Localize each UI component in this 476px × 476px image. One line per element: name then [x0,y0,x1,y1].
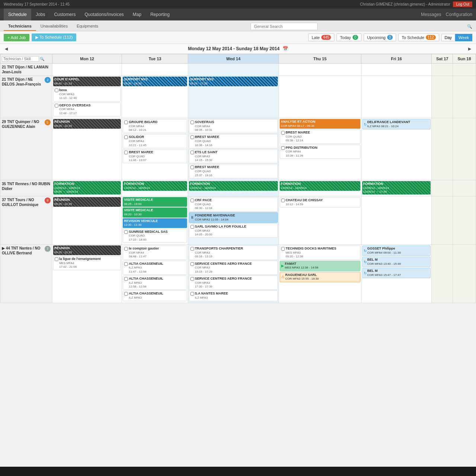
event-block[interactable]: la ligue de l'enseignementMES MFA4 17:42… [53,256,121,270]
late-button[interactable]: Late 445 [308,33,334,41]
event-block[interactable]: RÉUNION09:15 - 12:15 [53,245,121,255]
day-cell[interactable]: ↻DELIFRANCE LANDEVANTILZ MFA3 08:21 - 10… [361,118,432,180]
subtab-technicians[interactable]: Technicians [4,22,36,31]
event-block[interactable]: FORMATION12/05/14 - 18/05/14 [280,181,360,191]
day-cell[interactable]: VISITE MEDICALE08:25 - 19:00VISITE MEDIC… [122,196,188,245]
day-cell[interactable] [432,245,453,303]
day-view-button[interactable]: Day [441,34,456,41]
day-cell[interactable] [453,76,476,118]
event-block[interactable]: BREST MAREECOR QUAD 11:46 - 13:07 [123,149,187,163]
cal-next[interactable]: ► [467,46,472,52]
event-block[interactable]: SUPPORT NV209:30 - 18:30 [123,77,187,86]
day-cell[interactable]: GROUPE BIGARDCOR MFA4 08:12 - 10:21SOLID… [122,118,188,180]
day-cell[interactable]: FORMATION12/05/14 - 18/05/1412/05/14 → 1… [361,180,432,196]
event-block[interactable]: GROUPE BIGARDCOR MFA4 08:12 - 10:21 [123,119,187,133]
subtab-equipments[interactable]: Equipments [72,22,103,31]
event-block[interactable]: COUR D'APPEL08:42 - 11:13 [53,77,121,86]
event-block[interactable]: ↻GOSSET PhilippeCOR MFA4 09:00 - 11:30 [362,245,431,256]
subtab-unavailabilities[interactable]: Unavailabilities [36,22,72,31]
event-block[interactable]: ▶FAMATMES MFA3 12:36 - 14:58 [280,261,360,271]
cal-prev[interactable]: ◄ [4,46,9,52]
day-cell[interactable]: SUPPORT NV209:30 - 18:30 [122,76,188,118]
cal-icon[interactable]: 📅 [283,46,288,51]
event-block[interactable]: RÉUNION09:15 - 12:15 [53,197,121,207]
event-block[interactable]: BREST MAREECOR QUAD 15:37 - 19:16 [189,164,278,178]
nav-item-quotationsinvoices[interactable]: Quotations/Invoices [80,9,128,20]
day-cell[interactable]: ANALYSE ET ACTIONCOR MFA4 08:17 - 09:36B… [279,118,361,180]
day-cell[interactable]: FORMATION12/05/14 - 18/05/14 [122,180,188,196]
event-block[interactable]: ↻BEL MCOR MFA3 15:47 - 17:47 [362,268,431,278]
general-search[interactable] [251,23,318,30]
day-cell[interactable]: TECHNIDIS DOCKS MARITIMESMES MFA3 09:20 … [279,245,361,303]
event-block[interactable]: bexaCOR MFA3 11:13 - 12:48 [53,87,121,101]
day-cell[interactable]: RÉUNION09:15 - 12:15 [52,196,122,245]
event-block[interactable]: ↻BEL MCOR MFA3 13:40 - 15:40 [362,257,431,267]
nav-item-reporting[interactable]: Reporting [146,9,174,20]
day-cell[interactable]: ↻GOSSET PhilippeCOR MFA4 09:00 - 11:30↻B… [361,245,432,303]
nav-item-map[interactable]: Map [128,9,146,20]
to-schedule-count-button[interactable]: To Schedule 112 [398,33,439,41]
event-block[interactable]: FORMATION12/05/14 - 18/05/1408:55 → 10/0… [53,181,121,194]
tech-filter-search-icon[interactable]: 🔍 [40,57,44,61]
event-block[interactable]: ALTIA CHASSENEUILILZ MFA3 [123,290,187,301]
event-block[interactable]: ⏸FONDERIE MAYENNAISECOR MFA3 11:05 - 14:… [189,212,278,223]
day-cell[interactable] [361,76,432,118]
day-cell[interactable] [432,180,453,196]
day-cell[interactable]: FORMATION12/05/14 - 18/05/1408:55 → 10/0… [52,180,122,196]
event-block[interactable]: ALTIA CHASSENEUILILZ MFA3 11:47 - 12:58 [123,261,187,275]
event-block[interactable]: S.A NANTES MAREEILZ MFA3 [189,290,278,301]
event-block[interactable]: SERVICE CENTRES AERO FRANCECOR MFA3 17:3… [189,276,278,290]
day-cell[interactable] [453,245,476,303]
event-block[interactable]: TRANSPORTS CHARPENTIERCOR MFA3 09:16 - 1… [189,245,278,260]
tech-filter-input[interactable] [2,56,39,62]
event-block[interactable]: FORMATION12/05/14 - 18/05/14 [189,181,278,191]
day-cell[interactable] [279,76,361,118]
event-block[interactable]: VISITE MEDICALE09:20 - 10:30 [123,208,187,217]
configuration-link[interactable]: Configuration [446,12,472,17]
messages-link[interactable]: Messages [421,12,441,17]
day-cell[interactable] [122,64,188,76]
day-cell[interactable]: SUPPORT NV209:25 - 17:25 [188,76,279,118]
event-block[interactable]: SUPPORT NV209:25 - 17:25 [189,77,278,86]
event-block[interactable]: GEFCO OVERSEASCOR MFA4 12:48 - 17:17 [53,102,121,116]
day-cell[interactable] [432,76,453,118]
event-block[interactable]: BREST MAREECOR QUAD 10:36 - 14:16 [189,134,278,148]
event-block[interactable]: SERVICE CENTRES AERO FRANCECOR MFA3 13:1… [189,261,278,275]
day-cell[interactable]: SOVEFRAISCOR MFA4 08:35 - 10:31BREST MAR… [188,118,279,180]
day-cell[interactable]: COUR D'APPEL08:42 - 11:13bexaCOR MFA3 11… [52,76,122,118]
upcoming-button[interactable]: Upcoming 0 [364,33,396,41]
day-cell[interactable]: CHATEAU DE CHISSAY10:12 - 14:59 [279,196,361,245]
day-cell[interactable] [432,196,453,245]
nav-item-schedule[interactable]: Schedule [4,9,31,20]
event-block[interactable]: SUNRISE MEDICAL SASCOR QUAD 17:10 - 18:4… [123,229,187,243]
day-cell[interactable] [361,196,432,245]
day-cell[interactable]: FORMATION12/05/14 - 18/05/14 [279,180,361,196]
event-block[interactable]: FORMATION12/05/14 - 18/05/1412/05/14 → 1… [362,181,431,194]
day-cell[interactable]: RÉUNION09:15 - 12:15la ligue de l'enseig… [52,245,122,303]
event-block[interactable]: CHATEAU DE CHISSAY10:12 - 14:59 [280,197,360,208]
event-block[interactable]: TECHNIDIS DOCKS MARITIMESMES MFA3 09:20 … [280,245,360,260]
event-block[interactable]: BREST MAREECOR QUAD 09:38 - 12:14 [280,129,360,144]
day-cell[interactable] [453,118,476,180]
event-block[interactable]: SOVEFRAISCOR MFA4 08:35 - 10:31 [189,119,278,133]
day-cell[interactable]: le comptoir gautierCOR MFA4 08:48 - 11:4… [122,245,188,303]
event-block[interactable]: FORMATION12/05/14 - 18/05/14 [123,181,187,191]
event-block[interactable]: ⚠RAGUENEAU SARLCOR MFA3 15:55 - 18:30 [280,272,360,282]
nav-item-jobs[interactable]: Jobs [31,9,49,20]
day-cell[interactable] [432,64,453,76]
event-block[interactable]: VISITE MEDICALE08:25 - 19:00 [123,197,187,207]
day-cell[interactable]: CRF PACECOR QUAD 08:30 - 11:04⏸FONDERIE … [188,196,279,245]
day-cell[interactable] [432,118,453,180]
today-button[interactable]: Today 0 [337,33,361,41]
event-block[interactable]: ANALYSE ET ACTIONCOR MFA4 08:17 - 09:36 [280,119,360,129]
day-cell[interactable] [453,196,476,245]
event-block[interactable]: RÉUNION09:15 - 12:15 [53,119,121,129]
to-schedule-button[interactable]: ▶ To Schedule (112) [32,33,76,41]
event-block[interactable]: ETS LE SAINTCOR MFA3 14:15 - 15:32 [189,149,278,163]
event-block[interactable]: ↻DELIFRANCE LANDEVANTILZ MFA3 08:21 - 10… [362,119,431,129]
day-cell[interactable]: TRANSPORTS CHARPENTIERCOR MFA3 09:16 - 1… [188,245,279,303]
nav-item-customers[interactable]: Customers [49,9,80,20]
event-block[interactable]: PPG DISTRIBUTIONCOR MFA4 10:28 - 11:28 [280,145,360,159]
add-job-button[interactable]: + Add Job [4,34,29,41]
day-cell[interactable]: RÉUNION09:15 - 12:15 [52,118,122,180]
